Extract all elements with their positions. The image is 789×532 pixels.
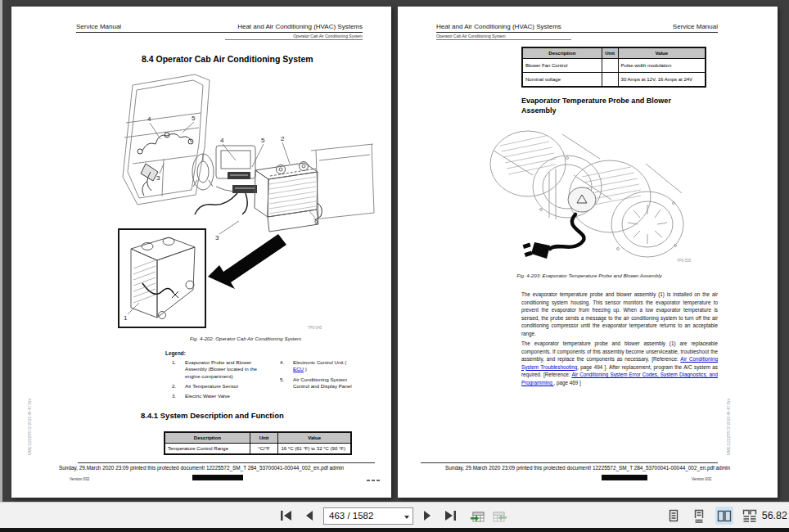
footer-text: Sunday, 29.March 2020 23:09 printed this… bbox=[28, 465, 375, 471]
table-header-row: Description Unit Value bbox=[165, 432, 351, 444]
table-header-row: Description Unit Value bbox=[522, 47, 706, 59]
footer-version: Version 002 bbox=[70, 477, 89, 481]
cell-unit bbox=[602, 59, 618, 73]
table-row: Nominal voltage 30 Amps at 12V, 16 Amps … bbox=[522, 73, 706, 88]
cell-value: 16 °C (61 °F) to 32 °C (90 °F) bbox=[278, 444, 351, 455]
callout-3: 3 bbox=[156, 174, 160, 182]
cell-description: Temperature Control Range bbox=[165, 444, 250, 455]
next-page-icon bbox=[422, 511, 432, 521]
redacted-logo bbox=[192, 475, 243, 480]
next-page-button[interactable] bbox=[418, 505, 436, 526]
page-subheader: Operator Cab Air Conditioning System bbox=[436, 34, 718, 40]
zoom-level-value[interactable]: 56.82 bbox=[753, 503, 787, 529]
combo-caret-icon[interactable] bbox=[404, 516, 409, 519]
ecu-link[interactable]: ECU bbox=[293, 366, 304, 372]
security-watermark: UME/12225572/2020-M-47/5m bbox=[727, 376, 731, 455]
header-left-text: Heat and Air Conditioning (HVAC) Systems bbox=[436, 23, 561, 30]
callout-5: 5 bbox=[192, 115, 196, 122]
table-row: Blower Fan Control Pulse width modulatio… bbox=[522, 59, 706, 73]
view-history-group bbox=[469, 505, 508, 526]
single-page-view-button[interactable] bbox=[665, 507, 683, 525]
legend-title: Legend: bbox=[165, 350, 365, 356]
previous-page-icon bbox=[304, 511, 314, 521]
header-left-text: Service Manual bbox=[76, 23, 121, 30]
footer-marks bbox=[367, 480, 380, 481]
page-header: Service Manual Heat and Air Conditioning… bbox=[76, 23, 363, 33]
figure-drawing-id: TP0-545 bbox=[308, 326, 322, 330]
page-navigation bbox=[277, 503, 508, 529]
window-edge bbox=[0, 0, 2, 528]
next-view-icon bbox=[493, 510, 507, 522]
col-value: Value bbox=[278, 432, 351, 444]
page-right[interactable]: Heat and Air Conditioning (HVAC) Systems… bbox=[398, 7, 778, 498]
continuous-view-icon bbox=[692, 509, 706, 523]
page-layout-group bbox=[665, 503, 759, 529]
footer-text: Sunday, 29.March 2020 23:09 printed this… bbox=[414, 465, 761, 471]
first-page-icon bbox=[280, 511, 293, 521]
legend-item: 5. Air Conditioning System Control and D… bbox=[280, 376, 358, 390]
spec-table-right: Description Unit Value Blower Fan Contro… bbox=[521, 47, 706, 88]
cell-value: 30 Amps at 12V, 16 Amps at 24V bbox=[618, 73, 706, 88]
section-title: 8.4 Operator Cab Air Conditioning System bbox=[142, 54, 313, 64]
last-page-button[interactable] bbox=[441, 505, 459, 526]
col-value: Value bbox=[618, 47, 706, 59]
figure-drawing-id: TP0-555 bbox=[677, 259, 692, 263]
page-number-combo bbox=[323, 507, 413, 525]
callout-4: 4 bbox=[147, 115, 151, 123]
legend-item-ecu: Electronic Control Unit ( ECU ) bbox=[293, 359, 358, 373]
legend-item: 2. Air Temperature Sensor bbox=[172, 383, 267, 390]
body-paragraph-2: The evaporator temperature probe and blo… bbox=[521, 340, 718, 386]
callout-2: 2 bbox=[281, 135, 285, 142]
subsection-title: 8.4.1 System Description and Function bbox=[141, 411, 284, 420]
col-description: Description bbox=[522, 47, 602, 59]
subheader-text: Operator Cab Air Conditioning System bbox=[225, 34, 363, 40]
last-page-icon bbox=[444, 511, 457, 521]
legend-item: 1. Evaporator Probe and Blower Assembly … bbox=[172, 359, 267, 380]
page-subheader: Operator Cab Air Conditioning System bbox=[76, 34, 363, 40]
redacted-logo bbox=[602, 475, 647, 480]
previous-view-icon bbox=[470, 510, 485, 522]
header-right-text: Service Manual bbox=[673, 23, 718, 30]
callout-3b: 3 bbox=[215, 234, 219, 241]
footer-rule bbox=[421, 462, 718, 463]
header-right-text: Heat and Air Conditioning (HVAC) Systems bbox=[237, 23, 363, 30]
callout-4b: 4 bbox=[220, 137, 224, 144]
figure-caption: Fig. 4-203: Evaporator Temperature Probe… bbox=[471, 273, 708, 278]
blower-assembly-figure: TP0-555 bbox=[471, 121, 708, 270]
two-page-view-button[interactable] bbox=[715, 507, 733, 525]
assembly-heading: Evaporator Temperature Probe and Blower … bbox=[521, 97, 677, 115]
footer-rule bbox=[78, 462, 375, 463]
body-paragraph-1: The evaporator temperature probe and blo… bbox=[521, 291, 718, 337]
cell-value: Pulse width modulation bbox=[618, 59, 706, 73]
spec-table-left: Description Unit Value Temperature Contr… bbox=[164, 431, 352, 455]
cell-description: Nominal voltage bbox=[522, 73, 602, 88]
figure-legend: Legend: 1. Evaporator Probe and Blower A… bbox=[165, 350, 365, 404]
previous-page-button[interactable] bbox=[300, 505, 318, 526]
legend-item: 3. Electric Water Valve bbox=[172, 393, 267, 399]
legend-item: 4. Electronic Control Unit ( ECU ) bbox=[280, 359, 358, 373]
continuous-view-button[interactable] bbox=[690, 507, 708, 525]
two-page-view-icon bbox=[717, 509, 732, 523]
page-left[interactable]: Service Manual Heat and Air Conditioning… bbox=[11, 7, 391, 498]
callout-9: 9 bbox=[314, 219, 318, 226]
col-description: Description bbox=[165, 432, 250, 444]
next-view-button[interactable] bbox=[492, 505, 508, 526]
bottom-toolbar: 56.82 bbox=[0, 502, 789, 528]
first-page-button[interactable] bbox=[277, 505, 295, 526]
cell-description: Blower Fan Control bbox=[522, 59, 602, 73]
cell-unit: °C/°F bbox=[250, 444, 278, 455]
single-page-icon bbox=[667, 509, 680, 523]
figure-caption: Fig. 4-202: Operator Cab Air Conditionin… bbox=[115, 336, 376, 341]
footer-version: Version 002 bbox=[692, 477, 711, 481]
page-header: Heat and Air Conditioning (HVAC) Systems… bbox=[436, 23, 718, 33]
page-number-input[interactable] bbox=[324, 508, 413, 524]
hvac-system-figure: 4 5 3 4 5 2 3 9 1 TP0-545 bbox=[115, 72, 376, 332]
previous-view-button[interactable] bbox=[469, 505, 485, 526]
callout-5b: 5 bbox=[261, 137, 265, 144]
table-row: Temperature Control Range °C/°F 16 °C (6… bbox=[165, 444, 351, 455]
cell-unit bbox=[602, 73, 618, 88]
security-watermark: UME/12225572/2020-M-47/5m bbox=[28, 376, 32, 455]
subheader-text: Operator Cab Air Conditioning System bbox=[436, 34, 571, 40]
window-bottom-edge bbox=[0, 528, 789, 532]
col-unit: Unit bbox=[602, 47, 618, 59]
